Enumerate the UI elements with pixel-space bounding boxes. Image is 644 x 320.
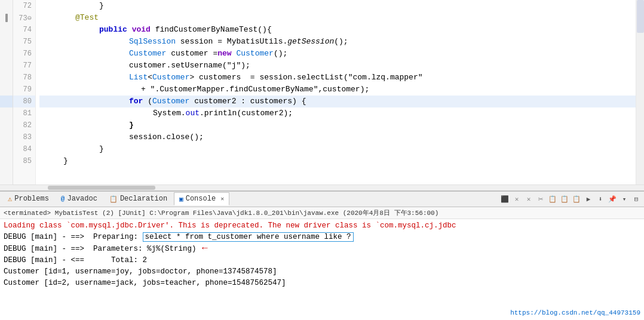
console-deprecation-text: Loading class `com.mysql.jdbc.Driver'. T…: [4, 221, 456, 230]
tab-javadoc[interactable]: @ Javadoc: [56, 192, 103, 205]
console-icon: ▣: [179, 195, 183, 203]
console-total-text: DEBUG [main] - <== Total: 2: [4, 256, 147, 264]
pin-icon[interactable]: 📌: [607, 193, 618, 204]
gutter-72: [0, 0, 13, 12]
code-line-78: List < Customer > customers = session.se…: [39, 72, 636, 84]
line-num-78: 78: [13, 72, 35, 84]
gutter-84: [0, 143, 13, 155]
gutter-79: [0, 84, 13, 96]
console-line-4: DEBUG [main] - <== Total: 2: [4, 255, 640, 266]
clear-button[interactable]: ✕: [523, 193, 534, 204]
console-line-3: DEBUG [main] - ==> Parameters: %j%(Strin…: [4, 243, 640, 255]
code-editor: 72 73⊖ 74 75 76 77 78 79 80 81 82 83 84 …: [0, 0, 644, 184]
line-num-76: 76: [13, 48, 35, 60]
console-header: <terminated> MybatisTest (2) [JUnit] C:\…: [0, 207, 644, 219]
tab-console-label: Console: [186, 195, 216, 203]
copy2-icon[interactable]: 📋: [559, 193, 570, 204]
bottom-panel: ⚠ Problems @ Javadoc 📋 Declaration ▣ Con…: [0, 190, 644, 320]
line-num-81: 81: [13, 107, 35, 119]
gutter-78: [0, 72, 13, 84]
line-numbers: 72 73⊖ 74 75 76 77 78 79 80 81 82 83 84 …: [13, 0, 36, 184]
code-line-83: session.close();: [39, 131, 636, 143]
line-num-75: 75: [13, 36, 35, 48]
arrow-down-icon[interactable]: ⬇: [595, 193, 606, 204]
next-icon[interactable]: ▶: [583, 193, 594, 204]
console-header-text: <terminated> MybatisTest (2) [JUnit] C:\…: [4, 210, 438, 217]
line-num-79: 79: [13, 84, 35, 96]
code-line-84: }: [39, 143, 636, 155]
gutter-77: [0, 60, 13, 72]
javadoc-icon: @: [61, 195, 65, 202]
tab-problems[interactable]: ⚠ Problems: [2, 192, 54, 205]
problems-icon: ⚠: [8, 195, 12, 204]
console-line-5: Customer [id=1, username=joy, jobs=docto…: [4, 266, 640, 278]
tab-declaration-label: Declaration: [120, 195, 167, 203]
console-customer1: Customer [id=1, username=joy, jobs=docto…: [4, 267, 277, 276]
line-num-82: 82: [13, 119, 35, 131]
h-scrollbar-thumb: [48, 186, 155, 190]
minimize-icon[interactable]: ⊟: [631, 193, 642, 204]
console-line-2: DEBUG [main] - ==> Preparing: select * f…: [4, 232, 640, 243]
editor-scrollbar[interactable]: [636, 0, 644, 184]
console-preparing-prefix: DEBUG [main] - ==> Preparing:: [4, 233, 143, 241]
gutter-74: [0, 24, 13, 36]
line-num-72: 72: [13, 0, 35, 12]
console-line-1: Loading class `com.mysql.jdbc.Driver'. T…: [4, 220, 640, 232]
code-line-79: + ".CustomerMapper.findCustomerByName",c…: [39, 84, 636, 96]
watermark: https://blog.csdn.net/qq_44973159: [510, 307, 640, 319]
gutter-85: [0, 155, 13, 167]
code-line-80: for ( Customer customer2 : customers) {: [39, 96, 636, 107]
copy-icon[interactable]: 📋: [547, 193, 558, 204]
line-num-80: 80: [13, 96, 35, 107]
console-params-text: DEBUG [main] - ==> Parameters: %j%(Strin…: [4, 245, 197, 253]
tab-declaration[interactable]: 📋 Declaration: [104, 192, 173, 205]
code-line-73: @Test: [39, 12, 636, 24]
code-line-77: customer.setUsername("j");: [39, 60, 636, 72]
console-line-6: Customer [id=2, username=jack, jobs=teac…: [4, 278, 640, 289]
console-output: Loading class `com.mysql.jdbc.Driver'. T…: [0, 219, 644, 320]
code-line-74: public void findCustomerByNameTest(){: [39, 24, 636, 36]
tab-problems-label: Problems: [14, 195, 49, 203]
line-num-84: 84: [13, 143, 35, 155]
arrow-icon: ←: [202, 243, 208, 254]
declaration-icon: 📋: [109, 195, 118, 203]
line-num-74: 74: [13, 24, 35, 36]
gutter-81: [0, 107, 13, 119]
gutter-83: [0, 131, 13, 143]
cut-icon[interactable]: ✂: [535, 193, 546, 204]
gutter-82: [0, 119, 13, 131]
tab-console[interactable]: ▣ Console ✕: [174, 192, 229, 205]
code-line-82: }: [39, 119, 636, 131]
line-num-85: 85: [13, 155, 35, 167]
console-preparing-query: select * from t_customer where username …: [143, 232, 354, 242]
code-lines: } @Test public void findCustomerByNameTe…: [36, 0, 636, 184]
code-line-75: SqlSession session = MybatisUtils. getSe…: [39, 36, 636, 48]
tabs-bar: ⚠ Problems @ Javadoc 📋 Declaration ▣ Con…: [0, 192, 644, 207]
line-num-77: 77: [13, 60, 35, 72]
code-line-72: }: [39, 0, 636, 12]
line-num-83: 83: [13, 131, 35, 143]
tab-toolbar: ⬛ ✕ ✕ ✂ 📋 📋 📋 ▶ ⬇ 📌 ▾ ⊟: [499, 193, 642, 204]
gutter-75: [0, 36, 13, 48]
remove-button[interactable]: ✕: [511, 193, 522, 204]
code-line-76: Customer customer = new Customer ();: [39, 48, 636, 60]
copy3-icon[interactable]: 📋: [571, 193, 582, 204]
gutter-73: [0, 12, 13, 24]
scrollbar-thumb: [637, 0, 644, 33]
terminate-button[interactable]: ⬛: [499, 193, 510, 204]
gutter-76: [0, 48, 13, 60]
console-customer2: Customer [id=2, username=jack, jobs=teac…: [4, 279, 286, 287]
tab-javadoc-label: Javadoc: [67, 195, 97, 203]
chevron-icon[interactable]: ▾: [619, 193, 630, 204]
horizontal-scrollbar[interactable]: [0, 184, 644, 190]
line-num-73: 73⊖: [13, 12, 35, 24]
code-line-85: }: [39, 155, 636, 167]
code-line-81: System. out .println(customer2);: [39, 107, 636, 119]
console-close-icon[interactable]: ✕: [220, 195, 224, 202]
gutter-80: [0, 96, 13, 107]
